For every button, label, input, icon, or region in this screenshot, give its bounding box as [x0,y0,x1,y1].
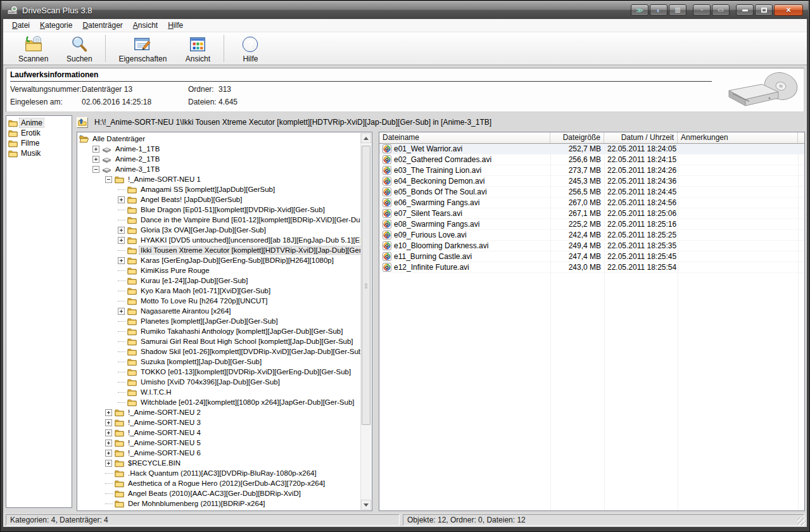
file-name-cell: e08_Swarming Fangs.avi [379,220,550,229]
column-header-dateiname[interactable]: Dateiname [379,132,550,143]
table-row[interactable]: e05_Bonds Of The Soul.avi256,5 MB22.05.2… [379,187,804,198]
collapse-minus-icon[interactable] [105,176,112,183]
tree-item[interactable]: Aesthetica of a Rogue Hero (2012)[GerDub… [79,478,360,488]
tree-item[interactable]: Umisho [XviD 704x396][Jap-Dub][Ger-Sub] [79,377,360,387]
expand-plus-icon[interactable] [105,440,112,446]
expand-plus-icon[interactable] [105,460,112,467]
toolbar-button-eigenschaften[interactable]: Eigenschaften [110,32,175,65]
scroll-up-button[interactable] [361,133,371,143]
expand-plus-icon[interactable] [118,308,125,315]
sidebar-item-anime[interactable]: Anime [8,118,72,128]
tree-item[interactable]: Angel Beats (2010)[AAC-AC3][Ger-Dub][BDR… [79,488,360,498]
table-row[interactable]: e04_Beckoning Demon.avi245,3 MB22.05.201… [379,176,804,187]
toolbar-button-hilfe[interactable]: Hilfe [228,32,272,65]
tree-item[interactable]: !_Anime-SORT-NEU 6 [79,448,360,458]
table-row[interactable]: e11_Burning Castle.avi247,4 MB22.05.2011… [379,251,804,262]
window-panel-icon[interactable]: ▥ [669,4,687,16]
table-row[interactable]: e09_Furious Love.avi242,4 MB22.05.2011 1… [379,230,804,241]
collapse-minus-icon[interactable] [92,166,99,173]
tree-item[interactable]: HYAKKI [DVD5 untouched][uncensored][ab 1… [79,235,360,245]
table-row[interactable]: e12_Infinite Future.avi243,0 MB22.05.201… [379,262,804,273]
tree-item[interactable]: Anime-1_1TB [79,144,360,154]
table-row[interactable]: e03_The Training Lion.avi273,7 MB22.05.2… [379,165,804,176]
tree-item[interactable]: Anime-3_1TB [79,164,360,174]
tree-item[interactable]: Shadow Skil [e01-26][komplett][DVDRip-Xv… [79,346,360,357]
toolbar-button-suchen[interactable]: Suchen [57,32,101,65]
table-row[interactable]: e08_Swarming Fangs.avi225,2 MB22.05.2011… [379,219,804,230]
toolbar-button-ansicht[interactable]: Ansicht [175,32,220,65]
tree-item[interactable]: Planetes [komplett][JapGer-Dub][Ger-Sub] [79,316,360,326]
menu-ansicht[interactable]: Ansicht [128,20,163,31]
tree-item[interactable]: Nagasarette Airantou [x264] [79,306,360,316]
scroll-thumb[interactable] [362,146,370,425]
maximize-button[interactable] [755,4,773,16]
menu-datentr-ger[interactable]: Datenträger [77,20,127,31]
tree-connector [118,352,125,352]
media-next-icon[interactable]: ≫ [631,4,649,16]
media-file-icon [383,231,391,239]
tree-item[interactable]: Samurai Girl Real Bout High School [komp… [79,336,360,346]
tree-item[interactable]: Suzuka [komplett][Jap-Dub][Ger-Sub] [79,357,360,367]
toolbar-button-scannen[interactable]: Scannen [9,32,57,65]
tree-connector [105,473,113,474]
tree-item[interactable]: Dance in the Vampire Bund [E01-12][kompl… [79,215,360,225]
tree-item[interactable]: Gloria [3x OVA][GerJap-Dub][Ger-Sub] [79,225,360,235]
table-row[interactable]: e06_Swarming Fangs.avi267,0 MB22.05.2011… [379,198,804,208]
tree-item[interactable]: Rumiko Takahashi Anthology [komplett][Ja… [79,326,360,336]
close-button[interactable]: × [774,4,803,16]
tree-scrollbar[interactable] [360,133,371,510]
menu-datei[interactable]: Datei [7,20,35,31]
expand-plus-icon[interactable] [118,227,125,234]
tree-item[interactable]: Amagami SS [komplett][JapDub][GerSub] [79,184,360,194]
menu-hilfe[interactable]: Hilfe [163,20,188,31]
sidebar-item-filme[interactable]: Filme [8,138,72,148]
window-restore-icon[interactable]: ▫ [693,4,711,16]
tree-item[interactable]: Blue Dragon [Ep01-51][komplett][DVDRip-X… [79,205,360,215]
expand-plus-icon[interactable] [92,146,99,153]
half-circle-icon[interactable]: ◐ [650,4,668,16]
tree-item[interactable]: !_Anime-SORT-NEU 2 [79,407,360,417]
tree-item[interactable]: TOKKO [e01-13][komplett][DVDRip-XviD][Ge… [79,367,360,377]
resize-grip[interactable] [797,517,806,526]
expand-plus-icon[interactable] [105,409,112,416]
tree-item[interactable]: Ikki Tousen Xtreme Xecutor [komplett][HD… [79,245,360,255]
sidebar-item-musik[interactable]: Musik [8,148,72,158]
tree-item[interactable]: !_Anime-SORT-NEU 3 [79,417,360,428]
sidebar-item-erotik[interactable]: Erotik [8,128,72,138]
table-row[interactable]: e07_Silent Tears.avi267,1 MB22.05.2011 1… [379,208,804,219]
expand-plus-icon[interactable] [118,196,125,203]
tree-item[interactable]: KimiKiss Pure Rouge [79,265,360,276]
column-header-datum-uhrzeit[interactable]: Datum / Uhrzeit [604,132,678,143]
tree-item[interactable]: Kyo Kara Maoh [e01-71][XviD][Ger-Sub] [79,286,360,296]
expand-plus-icon[interactable] [118,257,125,264]
tree-item[interactable]: Der Mohnblumenberg (2011)[BDRiP-x264] [79,498,360,509]
expand-plus-icon[interactable] [118,237,125,244]
expand-plus-icon[interactable] [105,429,112,436]
expand-plus-icon[interactable] [105,419,112,426]
tree-item[interactable]: .Hack Quantum (2011)[AC3][DVDRip-BluRay-… [79,468,360,478]
tree-item[interactable]: Karas [GerEngJap-Dub][GerEng-Sub][BDRip]… [79,255,360,265]
tree-item[interactable] [79,509,360,510]
tree-item[interactable]: Anime-2_1TB [79,154,360,164]
expand-plus-icon[interactable] [92,156,99,163]
table-row[interactable]: e01_Wet Warrior.avi252,7 MB22.05.2011 18… [379,144,804,155]
tree-item[interactable]: !_Anime-SORT-NEU 4 [79,428,360,438]
tree-item[interactable]: !_Anime-SORT-NEU 1 [79,174,360,184]
tree-item[interactable]: Motto To Love Ru [h264 720p][UNCUT] [79,296,360,306]
tree-item[interactable]: !_Anime-SORT-NEU 5 [79,438,360,448]
tree-item[interactable]: Angel Beats! [JapDub][GerSub] [79,194,360,205]
tree-item[interactable]: Kurau [e1-24][Jap-Dub][Ger-Sub] [79,276,360,286]
window-dock-icon[interactable]: ▭ [712,4,730,16]
column-header-dateigr-e[interactable]: Dateigröße [550,132,604,143]
expand-plus-icon[interactable] [105,450,112,457]
table-row[interactable]: e10_Blooming Darkness.avi249,4 MB22.05.2… [379,241,804,251]
tree-item[interactable]: Alle Datenträger [79,134,360,144]
column-header-anmerkungen[interactable]: Anmerkungen [678,132,798,143]
menu-kategorie[interactable]: Kategorie [35,20,77,31]
tree-item[interactable]: W.I.T.C.H [79,387,360,397]
table-row[interactable]: e02_Gathered Comrades.avi256,6 MB22.05.2… [379,155,804,165]
minimize-button[interactable] [736,4,754,16]
scroll-down-button[interactable] [361,500,371,510]
tree-item[interactable]: Witchblade [e01-24][komplett][1080p x264… [79,397,360,407]
tree-item[interactable]: $RECYCLE.BIN [79,458,360,468]
